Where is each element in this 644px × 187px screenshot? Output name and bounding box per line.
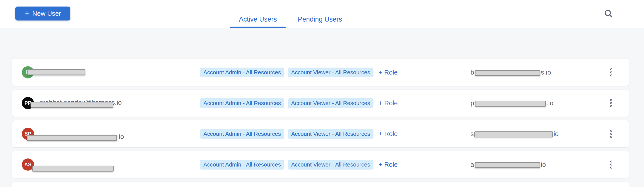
email-cell: b s.io <box>470 59 551 86</box>
email-prefix: s <box>470 130 474 138</box>
email-prefix: b <box>470 69 474 76</box>
user-row: SP io Account Admin - All Resources Acco… <box>12 120 629 147</box>
new-user-button-label: New User <box>32 10 61 17</box>
plus-icon: + <box>24 9 30 18</box>
user-row: PP prabhat.pandey@harness.io Account Adm… <box>12 90 629 116</box>
redaction-overlay <box>32 166 114 172</box>
add-role-link[interactable]: + Role <box>379 161 398 168</box>
user-row: B Account Admin - All Resources Account … <box>12 59 629 86</box>
role-binding-cell: Account Admin - All Resources Account Vi… <box>200 151 398 178</box>
role-badge[interactable]: Account Admin - All Resources <box>200 160 284 170</box>
role-badge[interactable]: Account Viewer - All Resources <box>288 98 374 108</box>
email-suffix: s.io <box>541 69 551 76</box>
role-badge[interactable]: Account Admin - All Resources <box>200 68 284 77</box>
redaction-overlay <box>28 69 85 75</box>
kebab-dot-icon <box>610 102 612 104</box>
kebab-dot-icon <box>610 133 612 135</box>
role-badge[interactable]: Account Viewer - All Resources <box>288 129 374 139</box>
email-prefix: a <box>470 161 474 168</box>
email-cell: a io <box>470 151 546 178</box>
row-menu-button[interactable] <box>608 128 614 140</box>
email-prefix: p <box>470 100 474 107</box>
row-menu-button[interactable] <box>608 98 614 109</box>
add-role-link[interactable]: + Role <box>379 130 398 138</box>
role-badge[interactable]: Account Admin - All Resources <box>200 129 284 139</box>
kebab-dot-icon <box>610 161 612 162</box>
kebab-dot-icon <box>610 130 612 132</box>
email-cell: s io <box>470 120 558 147</box>
users-table: Users Role Binding (Role - Resource Grou… <box>0 59 644 187</box>
user-row-partial <box>12 182 629 187</box>
top-toolbar: + New User Active Users Pending Users <box>0 0 644 28</box>
email-suffix: io <box>541 161 546 168</box>
new-user-button[interactable]: + New User <box>15 6 70 20</box>
user-row: AS Account Admin - All Resources Account… <box>12 151 629 178</box>
kebab-dot-icon <box>610 74 612 76</box>
email-suffix: .io <box>546 100 554 107</box>
kebab-dot-icon <box>610 164 612 166</box>
redaction-overlay <box>475 101 546 106</box>
role-binding-cell: Account Admin - All Resources Account Vi… <box>200 90 398 116</box>
user-name: io <box>119 133 124 140</box>
redaction-overlay <box>475 70 540 76</box>
role-binding-cell: Account Admin - All Resources Account Vi… <box>200 59 398 86</box>
role-badge[interactable]: Account Admin - All Resources <box>200 98 284 108</box>
role-badge[interactable]: Account Viewer - All Resources <box>288 68 374 77</box>
kebab-dot-icon <box>610 68 612 70</box>
redaction-overlay <box>30 102 113 108</box>
add-role-link[interactable]: + Role <box>379 69 398 76</box>
email-suffix: io <box>554 130 558 138</box>
row-menu-button[interactable] <box>608 159 614 170</box>
tab-bar: Active Users Pending Users <box>230 0 351 28</box>
row-menu-button[interactable] <box>608 67 614 78</box>
redaction-overlay <box>475 162 540 168</box>
search-button[interactable] <box>602 8 614 19</box>
search-icon <box>602 8 614 19</box>
kebab-dot-icon <box>610 167 612 169</box>
email-cell: p .io <box>470 90 553 116</box>
kebab-dot-icon <box>610 99 612 101</box>
tab-active-users[interactable]: Active Users <box>230 16 286 28</box>
role-binding-cell: Account Admin - All Resources Account Vi… <box>200 120 398 147</box>
kebab-dot-icon <box>610 136 612 138</box>
redaction-overlay <box>27 135 117 141</box>
kebab-dot-icon <box>610 105 612 107</box>
add-role-link[interactable]: + Role <box>379 100 398 107</box>
tab-pending-users[interactable]: Pending Users <box>289 16 351 28</box>
role-badge[interactable]: Account Viewer - All Resources <box>288 160 374 170</box>
kebab-dot-icon <box>610 72 612 74</box>
redaction-overlay <box>474 132 553 137</box>
